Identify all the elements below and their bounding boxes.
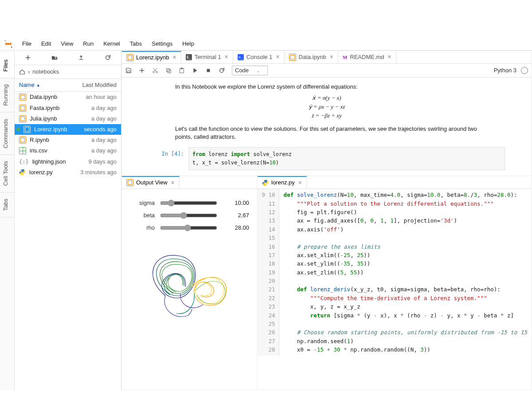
file-browser: › notebooks Name▲ Last Modified Data.ipy… — [15, 51, 121, 390]
close-icon[interactable]: × — [171, 179, 175, 188]
tab-readme-md[interactable]: MREADME.md× — [338, 51, 396, 63]
sidetab-files[interactable]: Files — [0, 53, 14, 78]
svg-point-4 — [156, 71, 158, 73]
sidetab-running[interactable]: Running — [0, 78, 14, 112]
file-row[interactable]: iris.csva day ago — [15, 145, 121, 156]
file-row[interactable]: Fasta.ipynba day ago — [15, 103, 121, 113]
paste-button[interactable] — [179, 67, 185, 74]
close-icon[interactable]: × — [330, 53, 333, 62]
tab-data-ipynb[interactable]: Data.ipynb× — [285, 51, 338, 63]
file-browser-toolbar — [15, 51, 121, 65]
running-indicator-icon — [16, 128, 20, 131]
menu-tabs[interactable]: Tabs — [125, 38, 146, 50]
stop-button[interactable] — [205, 67, 211, 74]
menubar: FileEditViewRunKernelTabsSettingsHelp — [0, 38, 532, 51]
tab-console-1[interactable]: >_Console 1× — [233, 51, 285, 63]
save-button[interactable] — [125, 67, 132, 74]
file-row[interactable]: Julia.ipynba day ago — [15, 113, 121, 124]
slider-sigma-input[interactable] — [160, 200, 217, 207]
code-editor[interactable]: 9 10 11 12 13 14 15 16 17 18 19 20 21 22… — [258, 189, 532, 356]
refresh-button[interactable] — [94, 55, 121, 61]
python-icon — [262, 180, 269, 186]
restart-button[interactable] — [219, 67, 225, 74]
close-icon[interactable]: × — [388, 53, 391, 62]
slider-beta: beta2.67 — [130, 211, 249, 220]
file-list-header: Name▲ Last Modified — [15, 79, 121, 92]
slider-rho-input[interactable] — [160, 224, 217, 231]
menu-file[interactable]: File — [18, 38, 36, 50]
menu-settings[interactable]: Settings — [147, 38, 177, 50]
menu-kernel[interactable]: Kernel — [99, 38, 125, 50]
code-content[interactable]: def solve_lorenz(N=10, max_time=4.0, sig… — [279, 189, 532, 356]
add-cell-button[interactable] — [139, 67, 145, 74]
kernel-name[interactable]: Python 3 — [494, 66, 516, 74]
file-row[interactable]: Data.ipynban hour ago — [15, 92, 121, 102]
cell-prompt: In [4]: — [149, 147, 188, 170]
svg-point-1 — [11, 47, 12, 48]
notebook-content: In this Notebook we explore the Lorenz s… — [122, 78, 532, 176]
json-icon: {:} — [19, 159, 29, 165]
python-icon — [19, 169, 26, 176]
svg-rect-5 — [167, 69, 170, 72]
upload-button[interactable] — [68, 55, 94, 61]
lorenz-plot — [130, 236, 249, 327]
terminal-icon: $_ — [186, 54, 192, 60]
menu-view[interactable]: View — [56, 38, 78, 50]
new-folder-button[interactable] — [41, 55, 68, 61]
code-cell[interactable]: In [4]: from lorenz import solve_lorenz … — [149, 147, 505, 170]
svg-rect-2 — [127, 71, 129, 73]
new-launcher-button[interactable] — [15, 55, 41, 61]
cut-button[interactable] — [152, 67, 158, 74]
slider-beta-input[interactable] — [160, 212, 217, 219]
slider-rho: rho28.00 — [130, 223, 249, 232]
close-icon[interactable]: × — [276, 53, 279, 62]
file-row[interactable]: R.ipynba day ago — [15, 135, 121, 145]
kernel-status-icon — [521, 67, 528, 74]
slider-sigma: sigma10.00 — [130, 199, 249, 207]
notebook-icon — [126, 54, 133, 61]
svg-rect-7 — [180, 69, 184, 73]
console-icon: >_ — [238, 54, 244, 60]
run-button[interactable] — [192, 67, 198, 74]
left-sidebar-tabs: FilesRunningCommandsCell ToolsTabs — [0, 51, 15, 390]
menu-run[interactable]: Run — [78, 38, 98, 50]
spreadsheet-icon — [19, 147, 26, 154]
tab-lorenz-py[interactable]: lorenz.py× — [258, 176, 307, 188]
file-row[interactable]: {:}lightning.json9 days ago — [15, 156, 121, 167]
document-tabs: Lorenz.ipynb×$_Terminal 1×>_Console 1×Da… — [122, 51, 532, 64]
tab-lorenz-ipynb[interactable]: Lorenz.ipynb× — [122, 51, 181, 63]
notebook-toolbar: Code ⌄ Python 3 — [122, 64, 532, 78]
markdown-icon: M — [343, 55, 347, 60]
cell-input[interactable]: from lorenz import solve_lorenz t, x_t =… — [188, 147, 505, 170]
tab-terminal-1[interactable]: $_Terminal 1× — [181, 51, 233, 63]
cell-type-select[interactable]: Code ⌄ — [232, 66, 268, 75]
notebook-icon — [23, 126, 31, 133]
file-row[interactable]: Lorenz.ipynbseconds ago — [15, 124, 121, 135]
breadcrumb[interactable]: › notebooks — [15, 65, 121, 79]
close-icon[interactable]: × — [225, 53, 228, 62]
svg-rect-9 — [207, 69, 210, 72]
sidetab-tabs[interactable]: Tabs — [0, 192, 14, 217]
sidetab-commands[interactable]: Commands — [0, 113, 14, 155]
notebook-icon — [19, 94, 26, 101]
file-row[interactable]: lorenz.py3 minutes ago — [15, 167, 121, 178]
notebook-icon — [19, 105, 26, 112]
close-icon[interactable]: × — [298, 179, 302, 188]
close-icon[interactable]: × — [172, 53, 176, 62]
output-view: sigma10.00beta2.67rho28.00 — [122, 189, 257, 333]
svg-point-3 — [153, 71, 155, 73]
menu-edit[interactable]: Edit — [37, 38, 55, 50]
menu-help[interactable]: Help — [178, 38, 199, 50]
line-gutter: 9 10 11 12 13 14 15 16 17 18 19 20 21 22… — [258, 189, 279, 356]
copy-button[interactable] — [165, 67, 172, 74]
main-dock: Lorenz.ipynb×$_Terminal 1×>_Console 1×Da… — [121, 51, 532, 390]
crumb-folder[interactable]: notebooks — [32, 68, 59, 76]
sidetab-cell-tools[interactable]: Cell Tools — [0, 155, 14, 192]
home-icon — [19, 69, 25, 75]
markdown-cell[interactable]: In this Notebook we explore the Lorenz s… — [126, 81, 527, 145]
notebook-icon — [19, 137, 26, 144]
tab-output-view[interactable]: Output View× — [122, 176, 180, 188]
jupyter-logo-icon — [4, 39, 13, 49]
notebook-icon — [126, 179, 133, 186]
notebook-icon — [19, 115, 26, 122]
